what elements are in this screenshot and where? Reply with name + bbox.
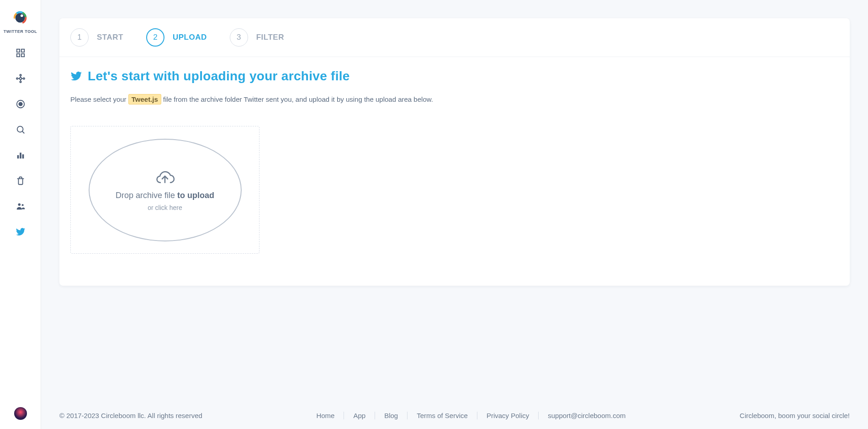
svg-point-23 (21, 204, 23, 206)
instruction-text: Please select your Tweet.js file from th… (70, 95, 839, 103)
step-number: 3 (230, 28, 248, 47)
step-label: START (97, 33, 123, 42)
sidebar-item-twitter[interactable] (15, 226, 26, 237)
sidebar-item-trash[interactable] (15, 175, 26, 186)
upload-dropzone[interactable]: Drop archive file to upload or click her… (70, 126, 259, 254)
sidebar-item-analytics[interactable] (15, 150, 26, 161)
footer-link-terms[interactable]: Terms of Service (408, 412, 477, 419)
upload-main-text: Drop archive file to upload (116, 191, 214, 200)
svg-rect-4 (16, 54, 19, 57)
svg-rect-19 (17, 155, 19, 158)
svg-rect-21 (22, 154, 24, 158)
bar-chart-icon (16, 150, 26, 160)
user-avatar[interactable] (14, 407, 27, 420)
footer-link-app[interactable]: App (344, 412, 375, 419)
brand-logo[interactable]: TWITTER TOOL (4, 9, 37, 34)
sidebar-item-dashboard[interactable] (15, 47, 26, 58)
step-label: UPLOAD (173, 33, 207, 42)
upload-sub-text: or click here (148, 204, 182, 211)
step-number: 2 (146, 28, 164, 47)
sidebar: TWITTER TOOL (0, 0, 41, 429)
sidebar-item-target[interactable] (15, 99, 26, 110)
twitter-icon (70, 70, 82, 82)
svg-point-16 (19, 102, 22, 105)
svg-point-22 (18, 204, 21, 206)
file-tag: Tweet.js (128, 94, 161, 105)
wizard-card: 1 START 2 UPLOAD 3 FILTER Let (59, 18, 850, 286)
footer: © 2017-2023 Circleboom llc. All rights r… (41, 402, 868, 429)
step-label: FILTER (256, 33, 284, 42)
svg-point-8 (23, 78, 24, 79)
sidebar-nav (15, 47, 26, 237)
footer-link-blog[interactable]: Blog (375, 412, 408, 419)
main-area: 1 START 2 UPLOAD 3 FILTER Let (41, 0, 868, 429)
upload-ellipse: Drop archive file to upload or click her… (89, 139, 242, 241)
stepper: 1 START 2 UPLOAD 3 FILTER (59, 18, 850, 57)
step-upload[interactable]: 2 UPLOAD (146, 28, 207, 47)
graph-icon (16, 73, 26, 84)
sidebar-item-people[interactable] (15, 201, 26, 212)
page-heading: Let's start with uploading your archive … (88, 69, 350, 84)
step-start[interactable]: 1 START (70, 28, 123, 47)
brand-label: TWITTER TOOL (4, 29, 37, 34)
footer-link-privacy[interactable]: Privacy Policy (477, 412, 539, 419)
svg-rect-20 (20, 153, 21, 159)
footer-link-home[interactable]: Home (307, 412, 344, 419)
search-icon (16, 125, 26, 135)
svg-point-0 (16, 13, 25, 23)
svg-point-17 (17, 126, 23, 132)
footer-copyright: © 2017-2023 Circleboom llc. All rights r… (59, 412, 202, 419)
sidebar-item-search[interactable] (15, 124, 26, 135)
footer-link-support[interactable]: support@circleboom.com (539, 412, 635, 419)
target-icon (16, 99, 26, 109)
svg-rect-3 (21, 49, 24, 52)
svg-point-6 (19, 78, 21, 80)
step-filter[interactable]: 3 FILTER (230, 28, 284, 47)
cloud-upload-icon (154, 169, 176, 187)
people-icon (16, 201, 26, 211)
circleboom-logo-icon (11, 9, 29, 26)
svg-rect-5 (21, 54, 24, 57)
footer-tagline: Circleboom, boom your social circle! (740, 412, 850, 419)
svg-point-1 (21, 14, 23, 17)
svg-line-18 (22, 131, 24, 134)
svg-point-10 (20, 81, 21, 83)
dashboard-icon (16, 48, 26, 58)
footer-links: Home App Blog Terms of Service Privacy P… (202, 412, 740, 419)
twitter-icon (16, 227, 26, 237)
step-number: 1 (70, 28, 89, 47)
trash-icon (16, 176, 26, 186)
svg-point-9 (20, 74, 21, 76)
svg-rect-2 (16, 49, 19, 52)
svg-point-7 (16, 78, 18, 79)
sidebar-item-graph[interactable] (15, 73, 26, 84)
